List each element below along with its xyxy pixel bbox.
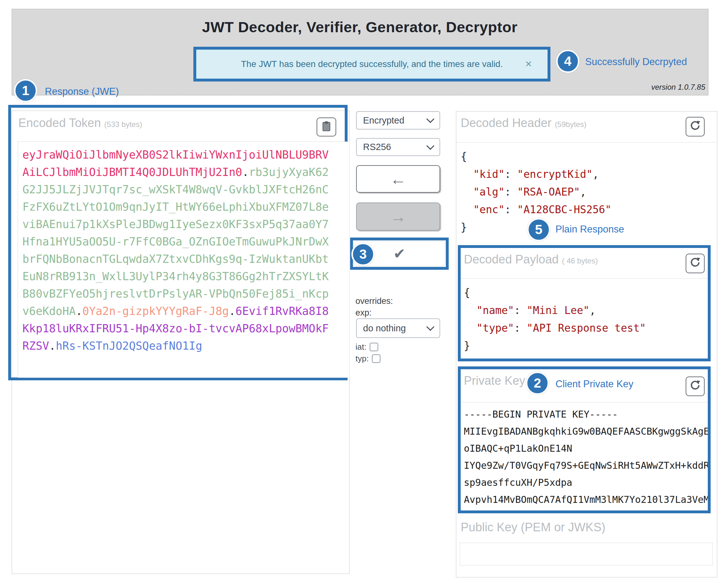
iat-checkbox[interactable]: [370, 343, 378, 351]
encode-forward-button[interactable]: →: [356, 203, 440, 231]
annotation-badge-1: 1: [14, 79, 37, 102]
annotation-label-plain-response: Plain Response: [555, 224, 624, 235]
public-key-title: Public Key (PEM or JWKS): [461, 521, 605, 534]
decoded-payload-refresh-button[interactable]: [686, 254, 705, 273]
typ-label: typ:: [356, 354, 369, 364]
typ-override-row: typ:: [356, 354, 381, 364]
decoded-payload-bytes: ( 46 bytes): [562, 257, 598, 265]
refresh-icon: [689, 257, 701, 270]
decoded-header-content[interactable]: { "kid": "encryptKid", "alg": "RSA-OAEP"…: [461, 148, 707, 236]
right-arrow-icon: →: [390, 207, 406, 226]
decoded-header-title: Decoded Header (59bytes): [461, 116, 587, 130]
chevron-down-icon: [426, 142, 434, 150]
private-key-textarea[interactable]: -----BEGIN PRIVATE KEY-----MIIEvgIBADANB…: [464, 406, 710, 511]
private-key-separator: [461, 402, 707, 402]
iat-label: iat:: [356, 342, 366, 352]
annotation-badge-5: 5: [527, 218, 550, 241]
annotation-label-client-private-key: Client Private Key: [555, 378, 633, 390]
version-text: version 1.0.7.85: [569, 83, 705, 91]
exp-override-select[interactable]: do nothing: [356, 318, 440, 338]
clipboard-icon: [320, 121, 332, 134]
iat-override-row: iat:: [356, 342, 378, 352]
public-key-input[interactable]: [460, 543, 712, 565]
token-mode-select[interactable]: Encrypted: [356, 111, 440, 130]
paste-token-button[interactable]: [317, 117, 336, 136]
encoded-token-textarea[interactable]: eyJraWQiOiJlbmNyeXB0S2lkIiwiYWxnIjoiUlNB…: [18, 141, 349, 378]
exp-label: exp:: [356, 308, 371, 318]
annotation-label-successfully-decrypted: Successfully Decrpyted: [585, 56, 687, 68]
refresh-icon: [689, 379, 701, 393]
private-key-refresh-button[interactable]: [686, 376, 705, 396]
overrides-label: overrides:: [356, 296, 393, 306]
success-alert: The JWT has been decrypted successfully,…: [196, 50, 548, 79]
alert-message: The JWT has been decrypted successfully,…: [197, 50, 547, 78]
annotation-badge-2: 2: [526, 371, 549, 395]
decoded-payload-separator: [461, 278, 707, 278]
decoded-payload-highlight-box: Decoded Payload ( 46 bytes) { "name": "M…: [458, 245, 711, 361]
chevron-down-icon: [426, 115, 434, 123]
refresh-icon: [689, 120, 701, 134]
annotation-badge-3: 3: [352, 243, 375, 266]
annotation-label-response-jwe: Response (JWE): [45, 86, 119, 97]
decoded-header-bytes: (59bytes): [555, 120, 587, 129]
alert-close-icon[interactable]: ✕: [525, 50, 532, 78]
alert-highlight-box: The JWT has been decrypted successfully,…: [193, 47, 550, 81]
annotation-badge-4: 4: [556, 50, 579, 73]
algorithm-select[interactable]: RS256: [356, 138, 440, 156]
decoded-header-refresh-button[interactable]: [686, 117, 705, 136]
decoded-header-separator: [456, 142, 716, 142]
encoded-token-title: Encoded Token (533 bytes): [18, 116, 142, 130]
checkmark-icon: ✔: [393, 245, 406, 262]
decoded-payload-content[interactable]: { "name": "Mini Lee", "type": "API Respo…: [464, 284, 707, 355]
encoded-token-bytes: (533 bytes): [104, 120, 142, 129]
page-title: JWT Decoder, Verifier, Generator, Decryp…: [12, 18, 708, 36]
typ-checkbox[interactable]: [372, 354, 381, 363]
chevron-down-icon: [426, 323, 434, 331]
decode-back-button[interactable]: ←: [356, 165, 440, 193]
left-arrow-icon: ←: [390, 169, 406, 189]
decoded-payload-title: Decoded Payload ( 46 bytes): [464, 253, 598, 266]
private-key-title: Private Key: [464, 374, 525, 388]
